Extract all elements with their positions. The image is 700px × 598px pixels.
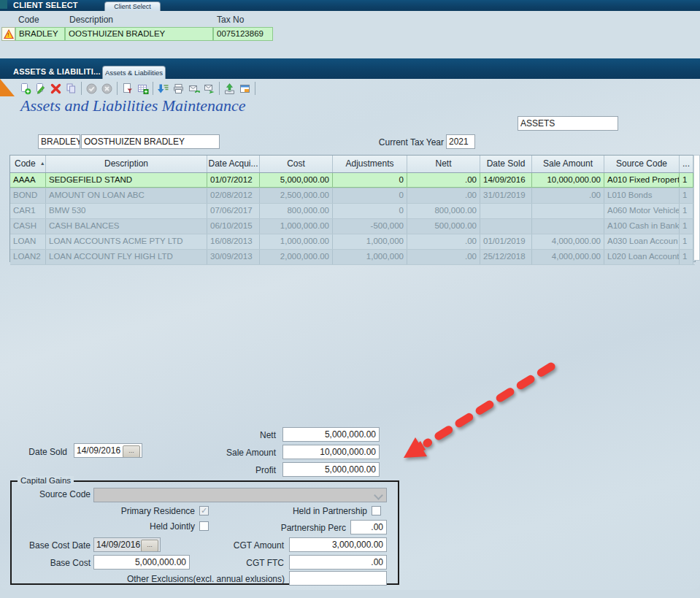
cell-sale-amount[interactable]: 4,000,000.00 (532, 250, 604, 264)
cancel-icon[interactable] (99, 81, 115, 96)
import-document-icon[interactable] (120, 81, 135, 96)
cell-source-code[interactable]: A030 Loan Accoun (604, 234, 680, 249)
tab-assets-liabilities[interactable]: Assets & Liabilities (102, 66, 166, 79)
cell-cost[interactable]: 2,500,000.00 (260, 188, 333, 203)
held-in-partnership-checkbox[interactable] (372, 506, 381, 515)
column-header-date-acquired[interactable]: Date Acqui... (207, 156, 260, 172)
cell-adjustments[interactable]: -500,000 (333, 219, 407, 234)
cell-source-code[interactable]: A060 Motor Vehicle (604, 204, 680, 218)
cell-description[interactable]: CASH BALANCES (46, 219, 207, 234)
cell-nett[interactable]: .00 (407, 188, 480, 203)
cell-nett[interactable]: 800,000.00 (407, 204, 480, 218)
client-column-description[interactable]: Description (69, 15, 113, 25)
cell-code[interactable]: LOAN2 (10, 250, 46, 264)
email-sync-icon[interactable] (186, 81, 201, 96)
table-row[interactable]: AAAA SEDGEFIELD STAND 01/07/2012 5,000,0… (10, 173, 695, 188)
client-code-cell[interactable]: BRADLEY (15, 27, 65, 41)
cell-date-sold[interactable] (480, 204, 532, 218)
cell-source-code[interactable]: L010 Bonds (604, 188, 680, 203)
delete-record-icon[interactable] (48, 81, 64, 96)
cell-flag[interactable]: 1 (680, 173, 693, 188)
current-tax-year-field[interactable]: 2021 (446, 134, 475, 149)
cell-description[interactable]: AMOUNT ON LOAN ABC (46, 188, 207, 203)
cell-flag[interactable]: 1 (680, 219, 693, 234)
column-header-sale-amount[interactable]: Sale Amount (532, 156, 604, 172)
column-header-adjustments[interactable]: Adjustments (333, 156, 407, 172)
cell-date-sold[interactable]: 31/01/2019 (480, 188, 532, 203)
base-cost-date-field[interactable]: 14/09/2016 ... (93, 537, 161, 552)
column-header-more[interactable]: ... (680, 156, 693, 172)
cell-nett[interactable]: .00 (407, 173, 480, 188)
cell-date-sold[interactable]: 25/12/2018 (480, 250, 532, 264)
cell-adjustments[interactable]: 0 (333, 204, 407, 218)
insert-grid-icon[interactable] (135, 81, 150, 96)
date-sold-field[interactable]: 14/09/2016 ... (74, 443, 142, 458)
cell-source-code[interactable]: A100 Cash in Bank (604, 219, 680, 234)
cell-adjustments[interactable]: 0 (333, 188, 407, 203)
cell-description[interactable]: BMW 530 (46, 204, 207, 218)
cell-flag[interactable]: 1 (680, 204, 693, 218)
sale-amount-field[interactable]: 10,000,000.00 (282, 445, 380, 459)
cell-sale-amount[interactable]: 10,000,000.00 (532, 173, 604, 188)
cell-date-acquired[interactable]: 07/06/2017 (207, 204, 260, 218)
cell-cost[interactable]: 5,000,000.00 (260, 173, 333, 188)
column-header-code[interactable]: Code▲ (10, 156, 46, 172)
cell-date-acquired[interactable]: 01/07/2012 (207, 173, 260, 188)
cell-adjustments[interactable]: 1,000,000 (333, 250, 407, 264)
export-icon[interactable] (222, 81, 237, 96)
view-selector-field[interactable]: ASSETS (518, 116, 618, 131)
cell-cost[interactable]: 800,000.00 (260, 204, 333, 218)
cell-cost[interactable]: 2,000,000.00 (260, 250, 333, 264)
nett-field[interactable]: 5,000,000.00 (282, 427, 380, 442)
source-code-dropdown[interactable] (93, 488, 387, 502)
cell-date-sold[interactable]: 14/09/2016 (480, 173, 532, 188)
base-cost-date-picker-button[interactable]: ... (141, 540, 158, 552)
client-taxno-cell[interactable]: 0075123869 (213, 27, 273, 41)
cell-cost[interactable]: 1,000,000.00 (260, 234, 333, 249)
cell-adjustments[interactable]: 1,000,000 (333, 234, 407, 249)
cell-code[interactable]: CASH (10, 219, 46, 234)
date-sold-picker-button[interactable]: ... (123, 445, 140, 458)
column-header-description[interactable]: Description (46, 156, 207, 172)
cell-sale-amount[interactable] (532, 204, 604, 218)
client-description-cell[interactable]: OOSTHUIZEN BRADLEY (65, 27, 213, 41)
cell-source-code[interactable]: A010 Fixed Propert (604, 173, 680, 188)
base-cost-field[interactable]: 5,000,000.00 (93, 555, 190, 570)
cell-date-acquired[interactable]: 02/08/2012 (207, 188, 260, 203)
cell-source-code[interactable]: L020 Loan Account (604, 250, 680, 264)
table-row[interactable]: CASH CASH BALANCES 06/10/2015 1,000,000.… (10, 219, 695, 234)
cell-description[interactable]: SEDGEFIELD STAND (46, 173, 207, 188)
cell-cost[interactable]: 1,000,000.00 (260, 219, 333, 234)
cell-code[interactable]: AAAA (10, 173, 46, 188)
cell-nett[interactable]: 500,000.00 (407, 219, 480, 234)
client-column-taxno[interactable]: Tax No (217, 15, 244, 25)
client-column-code[interactable]: Code (18, 15, 39, 25)
cell-date-acquired[interactable]: 06/10/2015 (207, 219, 260, 234)
cell-flag[interactable]: 1 (680, 188, 693, 203)
cell-adjustments[interactable]: 0 (333, 173, 407, 188)
add-record-icon[interactable] (18, 81, 33, 96)
column-header-date-sold[interactable]: Date Sold (480, 156, 532, 172)
partnership-perc-field[interactable]: .00 (350, 520, 387, 534)
other-exclusions-field[interactable] (289, 571, 387, 586)
client-code-field[interactable]: BRADLEY (38, 134, 80, 149)
client-name-field[interactable]: OOSTHUIZEN BRADLEY (81, 134, 220, 149)
cell-code[interactable]: BOND (10, 188, 46, 203)
column-header-nett[interactable]: Nett (407, 156, 480, 172)
edit-record-icon[interactable] (33, 81, 48, 96)
cell-flag[interactable]: 1 (680, 250, 693, 264)
form-layout-icon[interactable] (237, 81, 253, 96)
cell-description[interactable]: LOAN ACCOUNTS ACME PTY LTD (46, 234, 207, 249)
cell-date-acquired[interactable]: 30/09/2013 (207, 250, 260, 264)
table-row[interactable]: BOND AMOUNT ON LOAN ABC 02/08/2012 2,500… (10, 188, 695, 204)
print-icon[interactable] (171, 81, 186, 96)
table-row[interactable]: LOAN LOAN ACCOUNTS ACME PTY LTD 16/08/20… (10, 234, 695, 250)
client-row[interactable]: ! BRADLEY OOSTHUIZEN BRADLEY 0075123869 (0, 27, 277, 41)
cell-nett[interactable]: .00 (407, 234, 480, 249)
table-row[interactable]: CAR1 BMW 530 07/06/2017 800,000.00 0 800… (10, 204, 695, 219)
cell-date-acquired[interactable]: 16/08/2013 (207, 234, 260, 249)
cell-flag[interactable]: 1 (680, 234, 693, 249)
cell-sale-amount[interactable]: .00 (532, 188, 604, 203)
cell-nett[interactable]: .00 (407, 250, 480, 264)
cell-code[interactable]: LOAN (10, 234, 46, 249)
